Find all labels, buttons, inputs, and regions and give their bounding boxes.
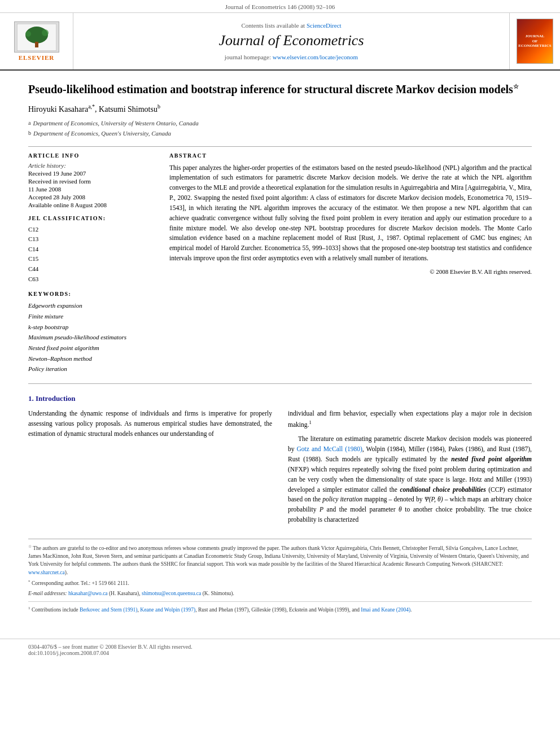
homepage-url[interactable]: www.elsevier.com/locate/jeconom: [273, 54, 358, 60]
abstract-header: ABSTRACT: [169, 152, 532, 159]
link-berkovec-stern[interactable]: Berkovec and Stern (1991): [80, 607, 138, 613]
sharcnet-link[interactable]: www.sharcnet.ca: [28, 570, 65, 575]
article-info-col: ARTICLE INFO Article history: Received 1…: [28, 152, 152, 374]
authors: Hiroyuki Kasaharaa,*, Katsumi Shimotsub: [28, 103, 532, 114]
body-columns: Understanding the dynamic response of in…: [28, 409, 532, 530]
keywords-header: Keywords:: [28, 291, 152, 297]
body-col-left: Understanding the dynamic response of in…: [28, 409, 272, 530]
abstract-text: This paper analyzes the higher-order pro…: [169, 163, 532, 264]
article-title: Pseudo-likelihood estimation and bootstr…: [28, 82, 532, 97]
svg-point-3: [25, 31, 31, 37]
affiliation-a: a Department of Economics, University of…: [28, 119, 532, 128]
intro-para-right-1: individual and firm behavior, especially…: [288, 409, 532, 430]
history-label: Article history:: [28, 162, 152, 169]
elsevier-logo-area: ELSEVIER: [0, 13, 73, 69]
affiliation-b: b Department of Economics, Queen's Unive…: [28, 129, 532, 138]
body-col-right: individual and firm behavior, especially…: [288, 409, 532, 530]
accepted-date: Accepted 28 July 2008: [28, 194, 152, 200]
nfxp-label: nested fixed point algorithm: [451, 456, 532, 462]
homepage-line: journal homepage: www.elsevier.com/locat…: [225, 54, 358, 60]
info-abstract-section: ARTICLE INFO Article history: Received 1…: [28, 152, 532, 374]
intro-para-left: Understanding the dynamic response of in…: [28, 409, 272, 439]
ccp-label: conditional choice probabilities: [400, 486, 485, 493]
link-gotz-mccall[interactable]: Gotz and McCall (1980): [297, 445, 362, 452]
link-keane-wolpin[interactable]: Keane and Wolpin (1997): [140, 607, 195, 613]
journal-reference: Journal of Econometrics 146 (2008) 92–10…: [0, 0, 560, 13]
introduction-header: 1. Introduction: [28, 394, 532, 403]
policy-iteration-label: policy iteration: [322, 496, 362, 503]
keywords-list: Edgeworth expansion Finite mixture k-ste…: [28, 300, 152, 374]
page: Journal of Econometrics 146 (2008) 92–10…: [0, 0, 560, 747]
jel-codes: C12C13C14C15C44C63: [28, 225, 152, 285]
available-date: Available online 8 August 2008: [28, 202, 152, 208]
journal-cover-image: JOURNALOFECONOMETRICS: [517, 19, 553, 64]
footnote-1: 1 Contributions include Berkovec and Ste…: [28, 605, 532, 614]
article-info-header: ARTICLE INFO: [28, 152, 152, 159]
footnote-star: ☆ The authors are grateful to the co-edi…: [28, 544, 532, 576]
footnotes: ☆ The authors are grateful to the co-edi…: [28, 539, 532, 614]
svg-point-4: [42, 29, 49, 36]
journal-cover-area: JOURNALOFECONOMETRICS: [509, 13, 560, 69]
intro-para-right-2: The literature on estimating parametric …: [288, 434, 532, 525]
elsevier-logo-image: [14, 21, 59, 53]
divider-top: [28, 146, 532, 147]
elsevier-wordmark: ELSEVIER: [19, 54, 55, 61]
jel-header: JEL classification:: [28, 215, 152, 221]
affiliations: a Department of Economics, University of…: [28, 119, 532, 138]
email-kasahara[interactable]: hkasahar@uwo.ca: [68, 591, 108, 596]
journal-header: ELSEVIER Contents lists available at Sci…: [0, 13, 560, 71]
received-date: Received 19 June 2007: [28, 170, 152, 177]
sciencedirect-link[interactable]: ScienceDirect: [307, 22, 342, 29]
email-shimotsu[interactable]: shimotsu@econ.queensu.ca: [142, 591, 201, 596]
article-content: Pseudo-likelihood estimation and bootstr…: [0, 71, 560, 627]
footnote-corresponding: * Corresponding author. Tel.: +1 519 661…: [28, 579, 532, 587]
footnote-email: E-mail addresses: hkasahar@uwo.ca (H. Ka…: [28, 589, 532, 597]
bottom-bar: 0304-4076/$ – see front matter © 2008 El…: [0, 639, 560, 661]
journal-title: Journal of Econometrics: [218, 32, 364, 49]
received-revised-date: 11 June 2008: [28, 186, 152, 193]
received-revised-label: Received in revised form: [28, 178, 152, 185]
sciencedirect-line: Contents lists available at ScienceDirec…: [241, 22, 341, 29]
divider-middle: [28, 383, 532, 384]
elsevier-logo: ELSEVIER: [14, 21, 59, 61]
abstract-col: ABSTRACT This paper analyzes the higher-…: [169, 152, 532, 374]
abstract-copyright: © 2008 Elsevier B.V. All rights reserved…: [169, 268, 532, 275]
journal-header-main: Contents lists available at ScienceDirec…: [73, 13, 509, 69]
link-imai-keane[interactable]: Imai and Keane (2004): [361, 607, 410, 613]
svg-rect-2: [35, 42, 38, 47]
